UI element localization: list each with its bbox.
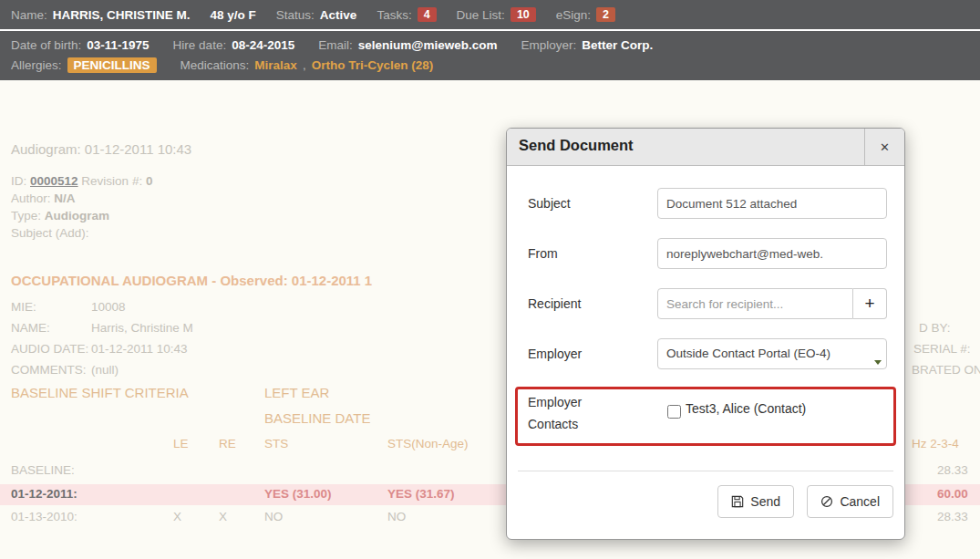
hire-date-group: Hire date: 08-24-2015 (173, 38, 295, 52)
recipient-search-input[interactable] (657, 288, 853, 319)
column-header-le: LE (173, 437, 189, 450)
left-ear-heading: LEFT EAR (264, 385, 329, 400)
row-2010-sts-non-age: NO (387, 510, 406, 523)
recipient-input-group: + (657, 288, 887, 319)
status-value: Active (320, 8, 357, 22)
from-field-label: From (528, 246, 558, 261)
mie-value: 10008 (91, 300, 126, 314)
medication-ortho-link[interactable]: Ortho Tri-Cyclen (28) (312, 58, 434, 72)
employer-contact-checkbox[interactable] (667, 405, 681, 419)
patient-name-value[interactable]: HARRIS, CHRISTINE M. (53, 8, 191, 22)
serial-partial-label: SERIAL #: (913, 342, 971, 356)
author-line: Author: N/A (11, 192, 76, 205)
baseline-date-heading: BASELINE DATE (264, 410, 370, 426)
modal-title: Send Document (519, 137, 634, 154)
dob-label: Date of birth: (11, 38, 81, 52)
calibrated-partial-label: BRATED ON (912, 363, 980, 377)
column-header-sts-non-age: STS(Non-Age) (387, 437, 469, 450)
add-recipient-button[interactable]: + (853, 288, 887, 319)
esign-label: eSign: (556, 8, 591, 22)
status-label: Status: (276, 8, 315, 22)
id-label: ID: (11, 174, 26, 188)
row-2011-label: 01-12-2011: (11, 487, 77, 501)
medications-group: Medications: Miralax, Ortho Tri-Cyclen (… (181, 58, 434, 72)
document-id-line: ID: 0000512 Revision #: 0 (11, 174, 152, 188)
cancel-button[interactable]: Cancel (807, 485, 893, 518)
tasks-group: Tasks: 4 (377, 7, 436, 22)
row-2010-le: X (173, 510, 181, 523)
subject-add-link[interactable]: Add (59, 226, 81, 240)
occupational-audiogram-heading: OCCUPATIONAL AUDIOGRAM - Observed: 01-12… (11, 273, 372, 288)
row-2010-avg-value: 28.33 (937, 510, 968, 523)
baseline-row-label: BASELINE: (11, 463, 75, 477)
comments-value: (null) (91, 363, 119, 377)
audio-date-value: 01-12-2011 10:43 (91, 342, 188, 356)
footer-divider (518, 471, 893, 471)
row-2010-label: 01-13-2010: (11, 510, 77, 523)
row-2011-sts-non-age-value: YES (31.67) (387, 487, 455, 501)
allergies-medications-row: Allergies: PENICILLINS Medications: Mira… (11, 57, 969, 73)
revision-label: Revision #: (81, 174, 142, 188)
patient-header-row1: Name: HARRIS, CHRISTINE M. 48 y/o F Stat… (0, 0, 980, 29)
demographics-row: Date of birth: 03-11-1975 Hire date: 08-… (11, 38, 969, 52)
reviewed-by-partial-label: D BY: (919, 321, 951, 335)
type-line: Type: Audiogram (11, 209, 109, 223)
employer-group: Employer: Better Corp. (521, 38, 653, 52)
aud-name-label: NAME: (11, 321, 50, 335)
modal-header[interactable]: Send Document ✕ (507, 129, 904, 166)
row-2010-sts: NO (264, 510, 283, 523)
row-2010-re: X (219, 510, 227, 523)
tasks-badge[interactable]: 4 (418, 7, 437, 22)
status-group: Status: Active (276, 8, 357, 22)
email-group: Email: selenium@mieweb.com (318, 38, 497, 52)
revision-value: 0 (146, 174, 153, 188)
allergy-penicillins-chip[interactable]: PENICILLINS (67, 57, 157, 73)
from-input[interactable] (657, 238, 887, 269)
dob-group: Date of birth: 03-11-1975 (11, 38, 150, 52)
comments-label: COMMENTS: (11, 363, 87, 377)
dob-value: 03-11-1975 (87, 38, 149, 52)
due-list-label: Due List: (457, 8, 505, 22)
send-button[interactable]: Send (717, 485, 794, 518)
medications-label: Medications: (181, 58, 250, 72)
hz-column-partial-label: Hz 2-3-4 (912, 437, 959, 450)
cancel-icon (820, 495, 833, 508)
subject-input[interactable] (657, 188, 887, 219)
webchart-screen: Name: HARRIS, CHRISTINE M. 48 y/o F Stat… (0, 0, 980, 559)
name-label: Name: (11, 8, 47, 22)
row-2011-avg-value: 60.00 (937, 487, 968, 501)
age-sex-value: 48 y/o F (211, 8, 256, 22)
author-label: Author: (11, 192, 51, 205)
baseline-avg-value: 28.33 (937, 463, 968, 477)
document-id-link[interactable]: 0000512 (30, 174, 78, 188)
aud-name-value: Harris, Christine M (91, 321, 193, 335)
row-2011-sts-value: YES (31.00) (264, 487, 332, 501)
document-title: Audiogram: 01-12-2011 10:43 (11, 141, 191, 157)
medication-separator: , (303, 58, 306, 72)
close-icon[interactable]: ✕ (864, 129, 904, 165)
allergies-label: Allergies: (11, 58, 62, 72)
subject-line: Subject (Add): (11, 226, 89, 240)
due-list-group: Due List: 10 (457, 7, 536, 22)
tasks-label: Tasks: (377, 8, 411, 22)
patient-name-group: Name: HARRIS, CHRISTINE M. (11, 8, 191, 22)
esign-group: eSign: 2 (556, 7, 615, 22)
column-header-sts: STS (264, 437, 288, 450)
employer-label: Employer: (521, 38, 576, 52)
type-label: Type: (11, 209, 41, 223)
esign-badge[interactable]: 2 (596, 7, 615, 22)
email-value[interactable]: selenium@mieweb.com (358, 38, 498, 52)
allergies-group: Allergies: PENICILLINS (11, 57, 157, 73)
cancel-button-label: Cancel (840, 494, 880, 509)
subject-field-label: Subject (528, 196, 571, 211)
hire-date-label: Hire date: (173, 38, 227, 52)
hire-date-value: 08-24-2015 (232, 38, 294, 52)
employer-value: Better Corp. (582, 38, 653, 52)
employer-field-label: Employer (528, 347, 582, 361)
send-document-modal: Send Document ✕ Subject From Recipient +… (506, 128, 905, 540)
due-list-badge[interactable]: 10 (511, 7, 536, 22)
employer-select[interactable]: Outside Contact Portal (EO-4) (657, 338, 887, 369)
medication-miralax-link[interactable]: Miralax (254, 58, 297, 72)
employer-contact-option-label[interactable]: Test3, Alice (Contact) (686, 401, 806, 416)
employer-contacts-label-line1: Employer (528, 395, 582, 409)
